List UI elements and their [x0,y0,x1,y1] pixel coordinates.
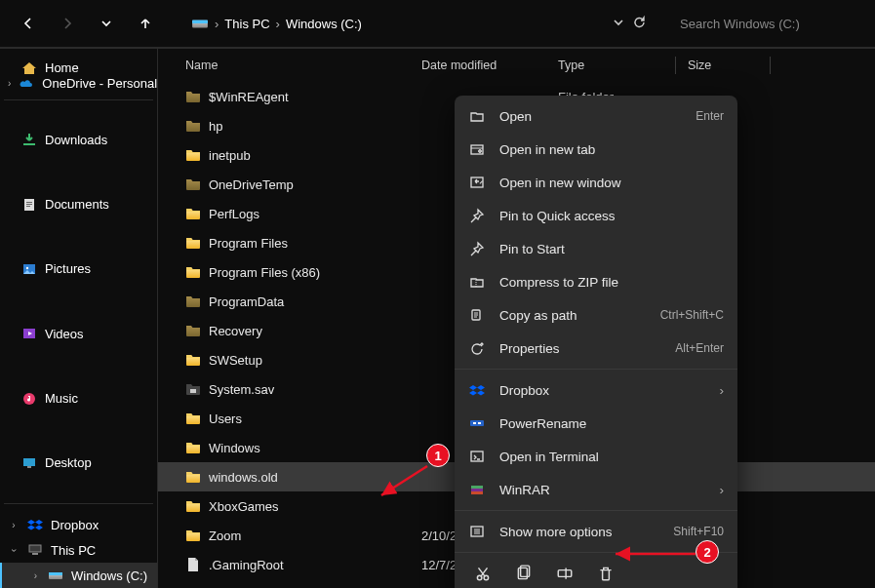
keyboard-shortcut: Ctrl+Shift+C [660,308,724,322]
cut-button[interactable] [474,565,492,582]
chevron-right-icon: › [720,383,725,398]
ctx-label: Show more options [499,525,659,539]
sidebar-item-videos[interactable]: Videos [0,301,157,366]
pin-icon [99,431,157,495]
sidebar-item-downloads[interactable]: Downloads [0,107,157,172]
ctx-label: Compress to ZIP file [499,275,724,290]
sidebar-label: Music [45,391,78,406]
delete-button[interactable] [597,565,615,582]
open-icon [468,107,486,125]
sidebar-item-desktop[interactable]: Desktop [0,431,157,495]
file-name: OneDriveTemp [209,177,294,192]
rename-button[interactable] [556,565,574,582]
sidebar-item-thispc[interactable]: › This PC [0,537,157,563]
copy-button[interactable] [515,565,533,582]
separator [4,503,153,504]
ctx-label: Copy as path [499,308,647,323]
file-name: hp [209,119,222,134]
ctx-dropbox[interactable]: Dropbox› [455,373,737,407]
sidebar-item-pictures[interactable]: Pictures [0,237,157,301]
ctx-label: Pin to Quick access [499,209,724,223]
search-placeholder: Search Windows (C:) [680,17,800,31]
sidebar-item-music[interactable]: Music [0,366,157,430]
separator [455,510,737,511]
column-size[interactable]: Size [688,59,746,72]
back-button[interactable] [12,7,45,40]
breadcrumb-drive[interactable]: Windows (C:) [286,17,362,31]
ctx-label: PowerRename [499,416,724,431]
ctx-pin-to-start[interactable]: Pin to Start [455,232,737,265]
column-name[interactable]: Name [178,59,421,72]
content-area: Name Date modified Type Size $WinREAgent… [158,49,875,588]
keyboard-shortcut: Shift+F10 [673,525,724,538]
arrow-1 [374,464,432,506]
pin-icon [92,301,157,366]
sidebar-label: OneDrive - Personal [42,76,157,91]
chevron-right-icon[interactable]: › [8,520,20,530]
sidebar-item-documents[interactable]: Documents [0,172,157,236]
ctx-powerrename[interactable]: PowerRename [455,407,737,440]
ctx-label: Pin to Start [499,242,724,256]
zip-icon [468,273,486,291]
file-name: Zoom [209,529,241,543]
address-dropdown[interactable] [613,17,624,31]
breadcrumb-thispc[interactable]: This PC [224,17,269,31]
sidebar: Home › OneDrive - Personal Downloads Doc… [0,49,158,588]
file-name: Program Files [209,236,288,251]
column-headers: Name Date modified Type Size [158,49,875,82]
ctx-pin-to-quick-access[interactable]: Pin to Quick access [455,199,737,232]
ctx-open[interactable]: OpenEnter [455,99,737,133]
documents-icon [21,197,37,213]
dropbox-icon [468,381,486,399]
up-button[interactable] [129,7,162,40]
sidebar-label: Desktop [45,455,92,470]
chevron-right-icon: › [215,17,219,31]
forward-button[interactable] [51,7,84,40]
pin-icon [99,237,157,301]
ctx-label: Open in new window [499,176,724,190]
ctx-open-in-new-tab[interactable]: Open in new tab [455,133,737,166]
ctx-copy-as-path[interactable]: Copy as pathCtrl+Shift+C [455,298,737,332]
downloads-icon [21,132,37,147]
ctx-open-in-terminal[interactable]: Open in Terminal [455,440,737,473]
file-name: System.sav [209,382,274,397]
column-date[interactable]: Date modified [421,59,558,72]
sidebar-item-drive[interactable]: › Windows (C:) [0,563,157,588]
column-type[interactable]: Type [558,59,675,72]
callout-1: 1 [426,444,450,467]
column-separator[interactable] [770,57,771,74]
ctx-winrar[interactable]: WinRAR› [455,473,737,506]
sidebar-item-home[interactable]: Home [0,60,157,76]
chevron-right-icon[interactable]: › [31,570,40,581]
sidebar-label: Pictures [45,261,91,276]
chevron-down-icon[interactable]: › [9,544,20,556]
file-name: inetpub [209,148,251,163]
music-icon [21,391,37,407]
ctx-open-in-new-window[interactable]: Open in new window [455,166,737,199]
sidebar-label: Home [45,60,79,75]
newwin-icon [468,174,486,191]
copypath-icon [468,306,486,324]
ctx-label: Open [499,109,682,124]
address-bar[interactable]: › This PC › Windows (C:) [181,7,656,40]
sidebar-item-onedrive[interactable]: › OneDrive - Personal [0,76,157,92]
refresh-button[interactable] [632,15,647,32]
pin-icon [117,172,157,236]
chevron-right-icon[interactable]: › [8,78,11,89]
terminal-icon [468,448,486,465]
callout-2: 2 [696,540,719,564]
file-name: XboxGames [209,499,279,514]
recent-dropdown[interactable] [90,7,123,40]
ctx-compress-to-zip-file[interactable]: Compress to ZIP file [455,265,737,298]
desktop-icon [21,455,37,471]
search-input[interactable]: Search Windows (C:) [668,7,863,40]
pc-icon [27,542,43,558]
column-separator[interactable] [675,57,676,74]
ctx-show-more-options[interactable]: Show more optionsShift+F10 [455,515,737,548]
ctx-properties[interactable]: PropertiesAlt+Enter [455,332,737,365]
sidebar-label: Windows (C:) [71,568,147,583]
sidebar-item-dropbox[interactable]: › Dropbox [0,512,157,537]
file-name: Users [209,412,242,426]
winrar-icon [468,481,486,498]
file-name: .GamingRoot [209,558,284,572]
